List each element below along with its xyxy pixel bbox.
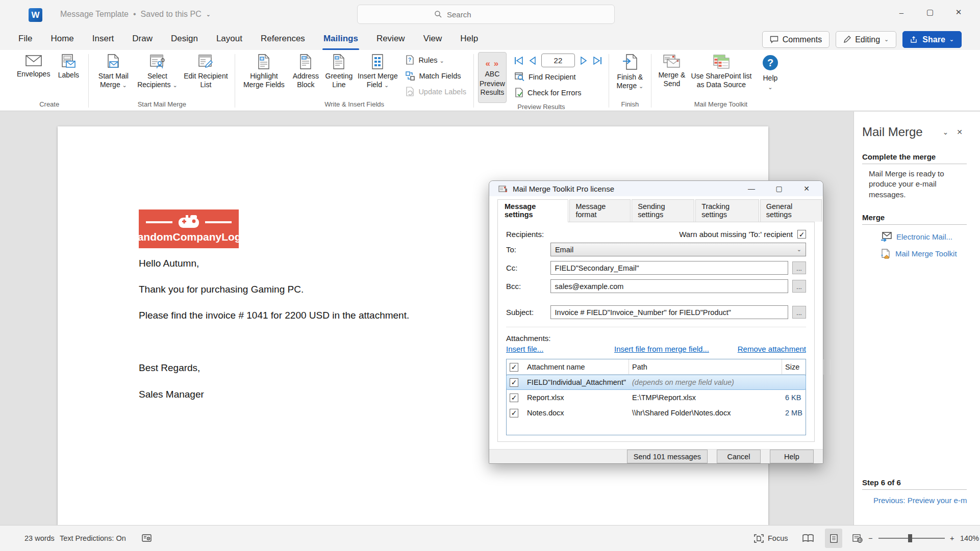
edit-recipient-list-button[interactable]: Edit Recipient List (181, 52, 231, 91)
col-size[interactable]: Size (782, 359, 824, 375)
match-fields-button[interactable]: Match Fields (403, 68, 469, 84)
last-record-icon[interactable] (592, 57, 602, 65)
tab-message-settings[interactable]: Message settings (497, 199, 568, 222)
labels-button[interactable]: Labels (53, 52, 84, 82)
pane-close-icon[interactable]: ✕ (952, 128, 967, 136)
rules-button[interactable]: ? Rules ⌄ (403, 52, 469, 68)
greeting-line-button[interactable]: Greeting Line (323, 52, 355, 91)
previous-step-link[interactable]: Previous: Preview your e-mail m (868, 496, 967, 505)
read-mode-button[interactable] (799, 529, 817, 548)
zoom-slider[interactable] (878, 526, 945, 551)
subject-browse-button[interactable]: ... (792, 306, 806, 319)
remove-attachment-link[interactable]: Remove attachment (738, 345, 806, 353)
comments-button[interactable]: Comments (762, 31, 830, 48)
dialog-close-icon[interactable]: ✕ (795, 181, 818, 196)
preview-results-toggle[interactable]: « » ABC Preview Results (478, 52, 507, 103)
select-recipients-button[interactable]: Select Recipients ⌄ (134, 52, 181, 91)
print-layout-button[interactable] (825, 529, 842, 548)
attachment-row[interactable]: ✓ Report.xlsx E:\TMP\Report.xlsx 6 KB (507, 390, 806, 405)
maximize-icon[interactable]: ▢ (916, 0, 944, 24)
finish-merge-button[interactable]: Finish & Merge ⌄ (613, 52, 647, 92)
bcc-browse-button[interactable]: ... (792, 280, 806, 293)
paragraph[interactable]: Hello Autumn, (139, 258, 199, 269)
cancel-button[interactable]: Cancel (717, 450, 761, 463)
zoom-slider-thumb[interactable] (908, 534, 912, 542)
electronic-mail-link[interactable]: Electronic Mail... (881, 232, 967, 242)
accessibility-icon[interactable] (142, 526, 152, 551)
dialog-minimize-icon[interactable]: — (740, 181, 763, 196)
col-attachment-name[interactable]: Attachment name (524, 359, 629, 375)
text-predictions[interactable]: Text Predictions: On (60, 526, 126, 551)
search-input[interactable] (447, 10, 600, 19)
pane-chevron-down-icon[interactable]: ⌄ (939, 128, 953, 136)
word-count[interactable]: 23 words (24, 526, 55, 551)
col-path[interactable]: Path (629, 359, 782, 375)
row-checkbox[interactable]: ✓ (510, 393, 518, 402)
sharepoint-datasource-button[interactable]: Use SharePoint list as Data Source (688, 52, 755, 91)
envelopes-button[interactable]: Envelopes (14, 52, 53, 81)
tab-help[interactable]: Help (453, 30, 485, 50)
send-messages-button[interactable]: Send 101 messages (627, 450, 708, 463)
paragraph[interactable]: Please find the invoice # 1041 for 2200 … (139, 310, 409, 321)
tab-design[interactable]: Design (164, 30, 205, 50)
cc-input[interactable]: FIELD"Secondary_Email" (550, 261, 788, 275)
next-record-icon[interactable] (580, 57, 588, 65)
tab-review[interactable]: Review (369, 30, 412, 50)
attachment-row-selected[interactable]: ✓ FIELD"Individual_Attachment" (depends … (506, 375, 806, 390)
minimize-icon[interactable]: – (887, 0, 916, 24)
check-for-errors-button[interactable]: Check for Errors (512, 85, 605, 100)
editing-button[interactable]: Editing ⌄ (836, 31, 896, 48)
record-number-input[interactable] (541, 54, 575, 67)
update-labels-button[interactable]: Update Labels (403, 84, 469, 99)
tab-tracking-settings[interactable]: Tracking settings (695, 199, 759, 222)
select-all-checkbox[interactable]: ✓ (510, 363, 518, 372)
paragraph[interactable]: Sales Manager (139, 389, 204, 400)
tab-mailings[interactable]: Mailings (316, 30, 365, 50)
focus-toggle[interactable]: Focus (754, 526, 788, 551)
tab-sending-settings[interactable]: Sending settings (632, 199, 694, 222)
bcc-input[interactable]: sales@example.com (550, 279, 788, 293)
tab-message-format[interactable]: Message format (569, 199, 631, 222)
word-logo-icon[interactable]: W (29, 8, 42, 22)
zoom-out-button[interactable]: − (868, 526, 872, 551)
subject-input[interactable]: Invoice # FIELD"Invoice_Number" for FIEL… (550, 305, 788, 319)
tab-layout[interactable]: Layout (209, 30, 249, 50)
previous-record-icon[interactable] (529, 57, 537, 65)
warn-checkbox[interactable]: ✓ (797, 230, 806, 239)
paragraph[interactable]: Best Regards, (139, 362, 200, 374)
toolkit-help-button[interactable]: ? Help⌄ (755, 52, 786, 93)
row-checkbox[interactable]: ✓ (510, 409, 518, 417)
insert-merge-field-button[interactable]: Insert Merge Field ⌄ (355, 52, 400, 91)
tab-references[interactable]: References (254, 30, 312, 50)
tab-general-settings[interactable]: General settings (760, 199, 822, 222)
document-title-area[interactable]: Message Template • Saved to this PC ⌄ (60, 10, 211, 19)
tab-draw[interactable]: Draw (125, 30, 160, 50)
merge-and-send-button[interactable]: Merge & Send (656, 52, 688, 90)
tab-file[interactable]: File (11, 30, 39, 50)
dialog-maximize-icon[interactable]: ▢ (768, 181, 790, 196)
to-dropdown[interactable]: Email ⌄ (550, 243, 806, 256)
mail-merge-toolkit-link[interactable]: Mail Merge Toolkit (881, 249, 967, 259)
dialog-title-bar[interactable]: Mail Merge Toolkit Pro license — ▢ ✕ (489, 181, 823, 196)
attachment-row[interactable]: ✓ Notes.docx \\hr\Shared Folder\Notes.do… (507, 405, 806, 421)
close-icon[interactable]: ✕ (944, 0, 973, 24)
tab-insert[interactable]: Insert (85, 30, 121, 50)
insert-file-link[interactable]: Insert file... (506, 345, 543, 353)
insert-from-merge-field-link[interactable]: Insert file from merge field... (614, 345, 709, 353)
help-button[interactable]: Help (770, 450, 814, 463)
find-recipient-button[interactable]: Find Recipient (512, 69, 605, 85)
start-mail-merge-button[interactable]: Start Mail Merge ⌄ (93, 52, 134, 91)
cc-browse-button[interactable]: ... (792, 261, 806, 274)
paragraph[interactable]: Thank you for purchasing Gaming PC. (139, 284, 304, 295)
highlight-merge-fields-button[interactable]: Highlight Merge Fields (239, 52, 288, 91)
tab-view[interactable]: View (416, 30, 449, 50)
zoom-level[interactable]: 140% (960, 526, 979, 551)
tab-home[interactable]: Home (43, 30, 81, 50)
chevron-down-icon[interactable]: ⌄ (206, 11, 211, 18)
share-button[interactable]: Share ⌄ (902, 31, 962, 48)
search-box[interactable] (357, 5, 615, 24)
row-checkbox[interactable]: ✓ (510, 378, 518, 387)
web-layout-button[interactable] (849, 529, 866, 548)
zoom-in-button[interactable]: + (950, 526, 954, 551)
first-record-icon[interactable] (514, 57, 524, 65)
